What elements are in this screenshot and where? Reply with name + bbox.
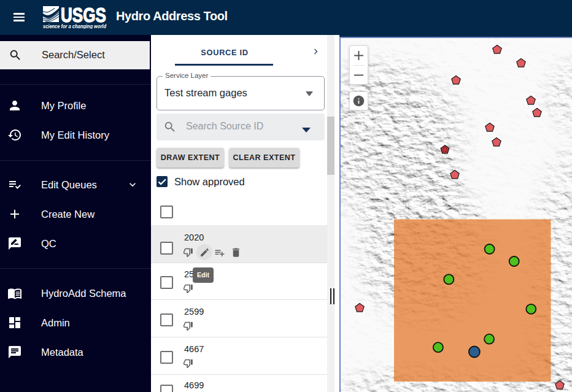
- svg-text:science for a changing world: science for a changing world: [43, 23, 107, 29]
